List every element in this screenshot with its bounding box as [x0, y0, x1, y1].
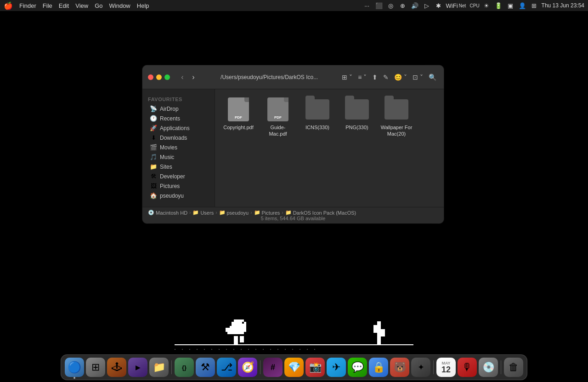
search-button[interactable]: 🔍 [427, 73, 438, 82]
wifi-icon[interactable]: WiFi [446, 2, 455, 9]
breadcrumb-pictures-label: Pictures [262, 210, 280, 216]
dock-proxyman[interactable]: 🔒 [369, 358, 388, 377]
file-wallpaper-folder[interactable]: Wallpaper For Mac(20) [379, 95, 414, 139]
sidebar-item-music[interactable]: 🎵 Music [144, 152, 213, 162]
finder-statusbar: 💿 Macintosh HD › 📁 Users › 📁 pseudoyu › … [142, 207, 444, 223]
breadcrumb-users-label: Users [200, 210, 214, 216]
dock-arcade[interactable]: 🕹 [107, 358, 126, 377]
dock-finder[interactable]: 🔵 [65, 358, 84, 377]
notch-icon[interactable]: ▣ [506, 2, 515, 9]
bluetooth-icon[interactable]: ✱ [434, 2, 443, 9]
dock-chatgpt[interactable]: ✦ [411, 358, 430, 377]
tag-button[interactable]: ✎ [381, 73, 390, 82]
sidebar-item-pseudoyu[interactable]: 🏠 pseudoyu [144, 191, 213, 200]
dock-trash[interactable]: 🗑 [504, 358, 523, 377]
sites-label: Sites [160, 164, 172, 170]
sidebar-item-applications[interactable]: 🚀 Applications [144, 123, 213, 133]
dock-bear[interactable]: 🐻 [390, 358, 409, 377]
view-icons-button[interactable]: ⊞ ˅ [340, 73, 354, 82]
file-icon-wallpaper [384, 97, 409, 122]
menu-go[interactable]: Go [95, 2, 102, 9]
share-button[interactable]: ⬆ [370, 73, 379, 82]
menu-help[interactable]: Help [137, 2, 149, 9]
dock-telegram[interactable]: ✈ [327, 358, 346, 377]
applications-label: Applications [160, 125, 190, 131]
file-icon-copyright: PDF [226, 97, 251, 122]
minimize-button[interactable] [156, 74, 162, 80]
dock-navi[interactable]: 🧭 [238, 358, 257, 377]
file-label-icns: ICNS(330) [305, 124, 329, 131]
dock-screenium[interactable]: 📸 [305, 358, 325, 377]
apple-menu[interactable]: 🍎 [4, 1, 13, 10]
sourcetree-icon: ⎇ [221, 361, 232, 373]
developer-icon: 🛠 [150, 173, 157, 180]
sidebar-item-recents[interactable]: 🕐 Recents [144, 114, 213, 123]
dock-slack[interactable]: # [263, 358, 283, 377]
finder-body: Favourites 📡 AirDrop 🕐 Recents 🚀 Applica… [142, 89, 444, 207]
breadcrumb-pictures[interactable]: 📁 Pictures [254, 210, 280, 216]
view-list-button[interactable]: ≡ ˅ [356, 73, 368, 82]
menubar-left: 🍎 Finder File Edit View Go Window Help [4, 1, 149, 10]
battery-icon[interactable]: 🔋 [494, 2, 503, 9]
sidebar-item-airdrop[interactable]: 📡 AirDrop [144, 104, 213, 114]
dock-sketch[interactable]: 💎 [284, 358, 304, 377]
bc-sep-2: › [215, 210, 217, 215]
finder-running-dot [74, 377, 75, 379]
breadcrumb-darkos[interactable]: 📁 DarkOS Icon Pack (MacOS) [285, 210, 356, 216]
user-icon[interactable]: 👤 [518, 2, 527, 9]
focus-icon[interactable]: ◎ [386, 2, 396, 9]
menu-edit[interactable]: Edit [59, 2, 69, 9]
dock-files[interactable]: 📁 [149, 358, 169, 377]
airdrop-icon[interactable]: ⊕ [398, 2, 407, 9]
close-button[interactable] [148, 74, 153, 80]
sidebar-item-pictures[interactable]: 🖼 Pictures [144, 181, 213, 191]
cpu-icon[interactable]: CPU [470, 3, 479, 8]
dock-divider-1 [171, 360, 172, 374]
home-icon: 🏠 [150, 192, 157, 199]
file-guide-pdf[interactable]: PDF Guide-Mac.pdf [260, 95, 296, 139]
sidebar-item-sites[interactable]: 📁 Sites [144, 162, 213, 171]
breadcrumb-pseudoyu[interactable]: 📁 pseudoyu [219, 210, 249, 216]
screenrecord-icon[interactable]: ⬛ [374, 2, 384, 9]
more-button[interactable]: 😊 ˅ [392, 73, 409, 82]
file-png-folder[interactable]: PNG(330) [339, 95, 375, 139]
size-control[interactable]: ⊡ ˅ [411, 73, 425, 82]
dock-app9[interactable]: 🎙 [458, 358, 477, 377]
app-name[interactable]: Finder [19, 2, 36, 9]
ellipsis-icon[interactable]: ··· [362, 2, 372, 9]
dock-dmt[interactable]: 💿 [479, 358, 498, 377]
back-button[interactable]: ‹ [177, 73, 187, 81]
file-label-copyright: Copyright.pdf [223, 124, 253, 131]
breadcrumb-pseudoyu-label: pseudoyu [227, 210, 249, 216]
dock-brackets[interactable]: {} [175, 358, 194, 377]
file-label-guide: Guide-Mac.pdf [262, 124, 294, 137]
network-icon[interactable]: Net [458, 3, 467, 8]
forward-button[interactable]: › [188, 73, 198, 81]
breadcrumb-macintosh[interactable]: 💿 Macintosh HD [148, 210, 187, 216]
dock-xcode[interactable]: ⚒ [196, 358, 215, 377]
brightness-icon[interactable]: ☀ [482, 2, 491, 9]
sidebar-item-movies[interactable]: 🎬 Movies [144, 143, 213, 152]
dock-calendar[interactable]: MAY 12 [436, 358, 456, 377]
menu-file[interactable]: File [43, 2, 52, 9]
brackets-icon: {} [182, 364, 187, 371]
breadcrumb-users[interactable]: 📁 Users [192, 210, 214, 216]
airdrop-label: AirDrop [160, 106, 179, 112]
dock-sourcetree[interactable]: ⎇ [217, 358, 236, 377]
launchpad-icon: ⊞ [91, 361, 100, 373]
sidebar-item-developer[interactable]: 🛠 Developer [144, 171, 213, 181]
menu-view[interactable]: View [75, 2, 88, 9]
dock-launchpad[interactable]: ⊞ [86, 358, 105, 377]
dock-openemu[interactable]: ▶ [128, 358, 147, 377]
file-icns-folder[interactable]: ICNS(330) [300, 95, 335, 139]
airplay-icon[interactable]: ▷ [422, 2, 431, 9]
sidebar-item-downloads[interactable]: ⬇ Downloads [144, 133, 213, 143]
file-copyright-pdf[interactable]: PDF Copyright.pdf [220, 95, 256, 139]
dock-wechat[interactable]: 💬 [348, 358, 367, 377]
control-center-icon[interactable]: ⊞ [530, 2, 539, 9]
menu-window[interactable]: Window [109, 2, 130, 9]
volume-icon[interactable]: 🔊 [410, 2, 419, 9]
cactus-sprite [372, 321, 386, 344]
openemu-icon: ▶ [136, 364, 141, 371]
maximize-button[interactable] [164, 74, 170, 80]
